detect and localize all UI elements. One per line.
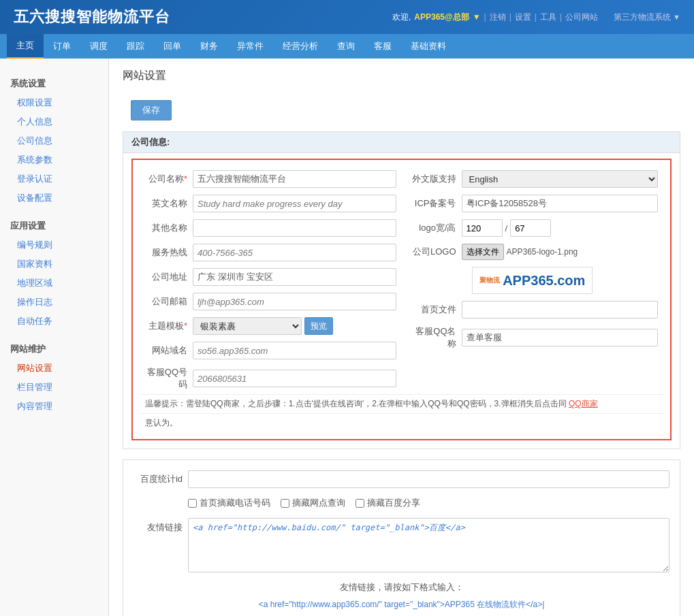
sidebar-item-personal-info[interactable]: 个人信息 — [0, 112, 108, 131]
homepage-file-input[interactable] — [462, 301, 659, 319]
foreign-lang-select[interactable]: English 中文 — [462, 170, 659, 188]
nav-analytics[interactable]: 经营分析 — [273, 34, 328, 59]
save-button[interactable]: 保存 — [131, 100, 172, 120]
icp-input[interactable] — [462, 195, 659, 212]
nav-logout[interactable]: 注销 — [490, 12, 506, 23]
icp-row: ICP备案号 — [402, 191, 664, 216]
sidebar-item-company-info[interactable]: 公司信息 — [0, 131, 108, 150]
email-input[interactable] — [193, 293, 396, 310]
nav-tools[interactable]: 工具 — [540, 12, 556, 23]
logo-label: 公司LOGO — [407, 246, 462, 258]
template-label: 主题模板 — [145, 320, 193, 332]
sidebar-item-permissions[interactable]: 权限设置 — [0, 93, 108, 112]
logo-preview-box: 聚物流 APP365.com — [472, 267, 593, 294]
other-name-input[interactable] — [193, 219, 396, 237]
hide-phone-checkbox[interactable] — [188, 499, 197, 508]
nav-exceptions[interactable]: 异常件 — [227, 34, 273, 59]
checkbox-hide-baidu-share[interactable]: 摘藏百度分享 — [356, 497, 420, 509]
sidebar-group-system-title: 系统设置 — [0, 72, 108, 93]
site-title: 五六搜搜智能物流平台 — [14, 7, 170, 27]
links-hint: 友情链接，请按如下格式输入： — [133, 576, 669, 597]
company-name-input[interactable] — [193, 170, 396, 188]
homepage-file-label: 首页文件 — [407, 304, 462, 316]
logo-height-input[interactable] — [510, 219, 551, 237]
sidebar-item-countries[interactable]: 国家资料 — [0, 255, 108, 274]
sidebar-item-device-config[interactable]: 设备配置 — [0, 189, 108, 208]
sidebar-group-app: 应用设置 编号规则 国家资料 地理区域 操作日志 自动任务 — [0, 214, 108, 331]
sidebar-item-numbering[interactable]: 编号规则 — [0, 236, 108, 255]
warm-tip: 温馨提示：需登陆QQ商家，之后步骤：1.点击'提供在线咨询'，2.在弹框中输入Q… — [140, 394, 663, 413]
sidebar-item-regions[interactable]: 地理区域 — [0, 274, 108, 293]
sidebar-item-auto-task[interactable]: 自动任务 — [0, 312, 108, 331]
other-name-label: 其他名称 — [145, 222, 193, 234]
email-row: 公司邮箱 — [140, 289, 402, 314]
hotline-input[interactable] — [193, 244, 396, 261]
friendly-links-textarea[interactable]: <a href="http://www.baidu.com/" target="… — [188, 518, 669, 572]
sidebar-group-website: 网站维护 网站设置 栏目管理 内容管理 — [0, 338, 108, 416]
baidu-stats-section: 百度统计id 首页摘藏电话号码 摘藏网点查询 摘藏百度分享 — [123, 459, 680, 616]
nav-orders[interactable]: 订单 — [44, 34, 80, 59]
qq-code-label: 客服QQ号码 — [145, 366, 193, 391]
main-content: 网站设置 保存 公司信息: 公司名称 — [109, 59, 694, 616]
hide-outlets-checkbox[interactable] — [281, 499, 289, 508]
template-select[interactable]: 银装素裹 蓝色经典 红色热情 — [193, 317, 302, 335]
qq-name-row: 客服QQ名称 — [402, 322, 664, 353]
logo-filename: APP365-logo-1.png — [507, 247, 578, 257]
form-left-col: 公司名称 英文名称 其他名称 — [140, 167, 402, 394]
checkbox-hide-phone[interactable]: 首页摘藏电话号码 — [188, 497, 270, 509]
company-name-label: 公司名称 — [145, 173, 193, 185]
hide-baidu-share-checkbox[interactable] — [356, 499, 364, 508]
nav-company-site[interactable]: 公司网站 — [565, 12, 598, 23]
other-name-row: 其他名称 — [140, 216, 402, 240]
sidebar-item-website-settings[interactable]: 网站设置 — [0, 359, 108, 378]
logo-dims-label: logo宽/高 — [407, 222, 462, 234]
english-name-input[interactable] — [193, 195, 396, 212]
logo-width-input[interactable] — [462, 219, 503, 237]
domain-input[interactable] — [193, 342, 396, 359]
sidebar-item-login-auth[interactable]: 登录认证 — [0, 169, 108, 189]
nav-return[interactable]: 回单 — [154, 34, 191, 59]
logo-preview-area: 聚物流 APP365.com — [402, 263, 664, 297]
qq-merchant-link[interactable]: QQ商家 — [569, 399, 598, 408]
company-info-box: 公司名称 英文名称 其他名称 — [131, 159, 672, 440]
hotline-row: 服务热线 — [140, 240, 402, 265]
domain-label: 网站域名 — [145, 344, 193, 357]
nav-settings[interactable]: 设置 — [515, 12, 531, 23]
nav-home[interactable]: 主页 — [7, 34, 44, 59]
address-input[interactable] — [193, 268, 396, 286]
sidebar-item-op-log[interactable]: 操作日志 — [0, 293, 108, 312]
nav-finance[interactable]: 财务 — [191, 34, 227, 59]
company-info-section: 公司信息: 公司名称 英文名称 — [123, 131, 680, 449]
header: 五六搜搜智能物流平台 欢迎, APP365@总部 ▼ | 注销 | 设置 | 工… — [0, 0, 694, 34]
sidebar-item-column-mgmt[interactable]: 栏目管理 — [0, 378, 108, 397]
sidebar-item-sys-params[interactable]: 系统参数 — [0, 150, 108, 169]
sidebar: 系统设置 权限设置 个人信息 公司信息 系统参数 登录认证 设备配置 应用设置 … — [0, 59, 109, 616]
company-info-header: 公司信息: — [123, 132, 680, 153]
nav-basic-info[interactable]: 基础资料 — [401, 34, 456, 59]
links-example1: <a href="http://www.app365.com/" target=… — [133, 597, 669, 613]
nav-support[interactable]: 客服 — [364, 34, 401, 59]
preview-button[interactable]: 预览 — [304, 317, 333, 335]
hotline-label: 服务热线 — [145, 246, 193, 259]
username-arrow[interactable]: ▼ — [473, 12, 481, 22]
nav-tracking[interactable]: 跟踪 — [117, 34, 154, 59]
template-row: 主题模板 银装素裹 蓝色经典 红色热情 预览 — [140, 314, 402, 338]
checkboxes-row: 首页摘藏电话号码 摘藏网点查询 摘藏百度分享 — [133, 491, 669, 515]
company-form-grid: 公司名称 英文名称 其他名称 — [140, 167, 663, 394]
qq-code-input[interactable] — [193, 370, 396, 387]
logo-dims-row: logo宽/高 / — [402, 216, 664, 240]
qq-name-input[interactable] — [462, 329, 659, 346]
links-example2: <a href="http://www.chinawutong.com/" ta… — [133, 613, 669, 616]
system-label: 第三方物流系统 — [614, 12, 671, 23]
nav-dispatch[interactable]: 调度 — [80, 34, 117, 59]
baidu-stats-body: 百度统计id 首页摘藏电话号码 摘藏网点查询 摘藏百度分享 — [123, 460, 680, 616]
username: APP365@总部 — [414, 12, 469, 23]
checkbox-hide-outlets[interactable]: 摘藏网点查询 — [281, 497, 345, 509]
baidu-stats-input[interactable] — [188, 470, 669, 488]
english-name-row: 英文名称 — [140, 191, 402, 216]
choose-file-button[interactable]: 选择文件 — [462, 244, 504, 260]
nav-query[interactable]: 查询 — [328, 34, 364, 59]
logo-upload-controls: 选择文件 APP365-logo-1.png — [462, 244, 578, 260]
logo-upload-row: 公司LOGO 选择文件 APP365-logo-1.png — [402, 240, 664, 263]
sidebar-item-content-mgmt[interactable]: 内容管理 — [0, 397, 108, 416]
